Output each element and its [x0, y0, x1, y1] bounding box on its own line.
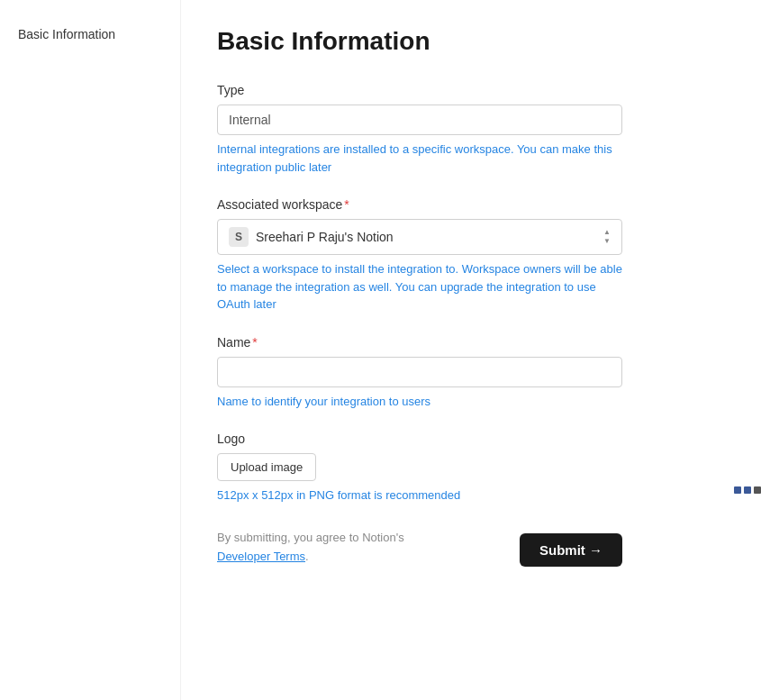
type-input[interactable] [217, 105, 622, 135]
chevron-updown-icon [603, 229, 611, 245]
workspace-name: Sreehari P Raju's Notion [256, 230, 603, 244]
footer-text: By submitting, you agree to Notion's Dev… [217, 529, 404, 567]
main-content: Basic Information Type Internal integrat… [180, 0, 761, 700]
type-group: Type Internal integrations are installed… [217, 83, 622, 176]
workspace-icon: S [229, 227, 249, 247]
upload-image-button[interactable]: Upload image [217, 453, 316, 481]
logo-label: Logo [217, 432, 622, 446]
page-title: Basic Information [217, 27, 725, 56]
required-star: * [344, 197, 349, 212]
workspace-select[interactable]: S Sreehari P Raju's Notion [217, 219, 622, 255]
logo-group: Logo Upload image 512px x 512px in PNG f… [217, 432, 622, 502]
developer-terms-link[interactable]: Developer Terms [217, 550, 305, 563]
sidebar-item-basic-information[interactable]: Basic Information [18, 27, 162, 41]
scroll-dot-1 [734, 486, 741, 494]
logo-hint: 512px x 512px in PNG format is recommend… [217, 488, 622, 502]
name-helper: Name to identify your integration to use… [217, 393, 622, 411]
type-label: Type [217, 83, 622, 97]
name-required-star: * [252, 335, 257, 350]
name-input[interactable] [217, 357, 622, 387]
type-helper: Internal integrations are installed to a… [217, 141, 622, 176]
name-label: Name* [217, 335, 622, 350]
name-group: Name* Name to identify your integration … [217, 335, 622, 411]
scroll-indicator [734, 486, 761, 494]
form-section: Type Internal integrations are installed… [217, 83, 622, 567]
submit-button[interactable]: Submit → [520, 533, 622, 567]
workspace-label: Associated workspace* [217, 197, 622, 212]
sidebar: Basic Information [0, 0, 180, 700]
scroll-dot-3 [754, 486, 761, 494]
scroll-dot-2 [744, 486, 751, 494]
workspace-helper: Select a workspace to install the integr… [217, 260, 622, 314]
workspace-group: Associated workspace* S Sreehari P Raju'… [217, 197, 622, 314]
footer-row: By submitting, you agree to Notion's Dev… [217, 529, 622, 567]
